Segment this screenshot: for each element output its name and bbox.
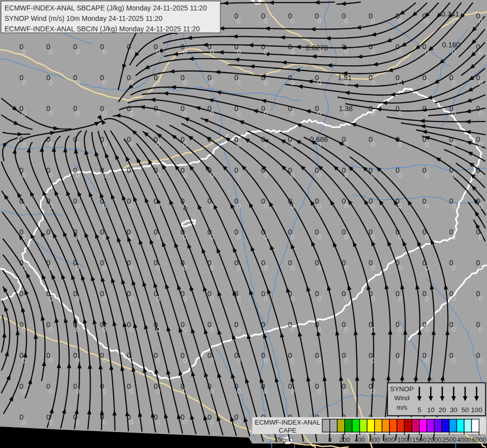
- cin-zero-label: 0: [234, 259, 238, 267]
- cin-zero-label: 0: [288, 321, 292, 329]
- cin-zero-label: 0: [181, 321, 185, 329]
- cin-zero-label: 0: [395, 321, 399, 329]
- cin-zero-label: 0: [127, 166, 131, 174]
- cape-legend-parameter: CAPE: [279, 427, 296, 434]
- cin-zero-label: 0: [100, 321, 104, 329]
- cin-zero-label: 0: [422, 321, 426, 329]
- title-line-sbcape: ECMWF-INDEX-ANAL SBCAPE (J/kg) Monday 24…: [4, 4, 207, 12]
- cin-zero-label: 0: [154, 382, 158, 390]
- cin-zero-label: 0: [342, 321, 346, 329]
- cin-zero-label: 0: [127, 290, 131, 298]
- cin-zero-label: 0: [449, 74, 453, 82]
- cin-zero-label: 0: [369, 382, 373, 390]
- cape-color-cell: [404, 419, 412, 432]
- cape-colorbar-cells: [322, 419, 479, 432]
- cin-zero-label: 0: [261, 105, 265, 112]
- cin-zero-label: 0: [19, 228, 23, 236]
- cape-tick-value: 6000: [472, 436, 487, 444]
- cin-zero-label: 0: [127, 382, 131, 390]
- cin-zero-label: 0: [181, 105, 185, 112]
- cin-zero-label: 0: [342, 351, 346, 359]
- cin-zero-label: 0: [449, 105, 453, 112]
- synop-legend-subtitle: Wind: [394, 394, 410, 402]
- cin-zero-label: 0: [207, 228, 211, 236]
- cin-zero-label: 0: [342, 259, 346, 267]
- cin-zero-label: 0: [449, 351, 453, 359]
- cin-zero-label: 0: [315, 105, 319, 112]
- cin-zero-label: 0: [449, 259, 453, 267]
- cin-zero-label: 0: [73, 197, 77, 205]
- index-value-label: 0.0278: [306, 44, 328, 52]
- cin-zero-label: 0: [449, 197, 453, 205]
- cin-zero-label: 0: [315, 259, 319, 267]
- cin-zero-label: 0: [476, 321, 480, 329]
- cin-zero-label: 0: [127, 43, 131, 51]
- cin-zero-label: 0: [476, 259, 480, 267]
- cape-color-cell: [345, 419, 352, 432]
- cin-zero-label: 0: [234, 197, 238, 205]
- cape-color-cell: [457, 419, 464, 432]
- cin-zero-label: 0: [154, 166, 158, 174]
- cin-zero-label: 0: [154, 197, 158, 205]
- cin-zero-label: 0: [234, 351, 238, 359]
- cin-zero-label: 0: [127, 135, 131, 143]
- cin-zero-label: 0: [73, 290, 77, 298]
- cin-zero-label: 0: [154, 105, 158, 112]
- cin-zero-label: 0: [154, 413, 158, 421]
- cin-zero-label: 0: [342, 166, 346, 174]
- cin-zero-label: 0: [127, 351, 131, 359]
- cin-zero-label: 0: [207, 197, 211, 205]
- cin-zero-label: 0: [19, 259, 23, 267]
- cin-zero-label: 0: [261, 135, 265, 143]
- cin-zero-label: 0: [46, 74, 50, 82]
- weather-map: 0000000000000000000000000000000000000000…: [0, 0, 487, 448]
- cin-zero-label: 0: [127, 413, 131, 421]
- cin-zero-label: 0: [422, 166, 426, 174]
- cin-zero-label: 0: [288, 351, 292, 359]
- cin-zero-label: 0: [46, 197, 50, 205]
- cin-zero-label: 0: [342, 43, 346, 51]
- cape-color-cell: [419, 419, 427, 432]
- cin-zero-label: 0: [369, 43, 373, 51]
- cape-tick-value: 4000: [457, 436, 472, 444]
- cin-zero-label: 0: [181, 228, 185, 236]
- cin-zero-label: 0: [342, 228, 346, 236]
- cin-zero-label: 0: [154, 321, 158, 329]
- cin-zero-label: 0: [46, 228, 50, 236]
- cin-zero-label: 0: [288, 382, 292, 390]
- cin-zero-label: 0: [395, 135, 399, 143]
- cin-zero-label: 0: [127, 259, 131, 267]
- cin-zero-label: 0: [288, 43, 292, 51]
- cin-zero-label: 0: [73, 259, 77, 267]
- cin-zero-label: 0: [395, 12, 399, 20]
- cin-zero-label: 0: [288, 12, 292, 20]
- cin-zero-label: 0: [369, 290, 373, 298]
- cin-zero-label: 0: [476, 135, 480, 143]
- cape-color-cell: [337, 419, 345, 432]
- cape-color-cell: [442, 419, 449, 432]
- cin-zero-label: 0: [395, 290, 399, 298]
- wind-speed-value: 100: [471, 406, 483, 414]
- cin-zero-label: 0: [73, 228, 77, 236]
- cin-zero-label: 0: [207, 351, 211, 359]
- cin-zero-label: 0: [449, 290, 453, 298]
- cin-zero-label: 0: [395, 351, 399, 359]
- cin-zero-label: 0: [19, 351, 23, 359]
- cape-color-cell: [375, 419, 382, 432]
- cin-zero-label: 0: [19, 413, 23, 421]
- cin-zero-label: 0: [207, 74, 211, 82]
- cin-zero-label: 0: [46, 105, 50, 112]
- cin-zero-label: 0: [288, 135, 292, 143]
- cin-zero-label: 0: [127, 321, 131, 329]
- cin-zero-label: 0: [342, 12, 346, 20]
- cin-zero-label: 0: [154, 228, 158, 236]
- cin-zero-label: 0: [422, 74, 426, 82]
- cin-zero-label: 0: [100, 228, 104, 236]
- cin-zero-label: 0: [19, 105, 23, 112]
- cin-zero-label: 0: [422, 290, 426, 298]
- cin-zero-label: 0: [154, 259, 158, 267]
- cin-zero-label: 0: [46, 321, 50, 329]
- cin-zero-label: 0: [234, 290, 238, 298]
- cin-zero-label: 0: [234, 413, 238, 421]
- cin-zero-label: 0: [261, 290, 265, 298]
